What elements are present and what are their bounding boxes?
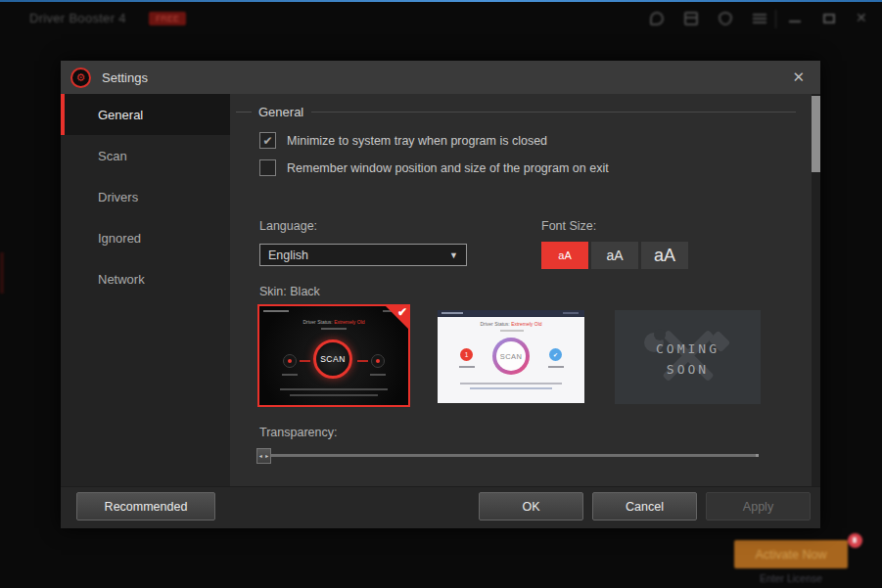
settings-content: General ✔ Minimize to system tray when p…: [230, 94, 812, 486]
mini-node-label: [548, 366, 564, 368]
minimize-to-tray-option[interactable]: ✔ Minimize to system tray when program i…: [259, 132, 547, 149]
mini-footer-text: [280, 388, 388, 390]
checkbox-checked[interactable]: ✔: [259, 132, 276, 149]
skin-preview-coming-soon: COMING SOON: [615, 310, 761, 404]
mini-node-right: ✔: [549, 348, 562, 361]
minimize-button[interactable]: [789, 21, 801, 23]
mini-node-left: [283, 354, 297, 368]
mini-scan-button: SCAN: [313, 339, 352, 379]
dialog-body: General Scan Drivers Ignored Network Gen…: [61, 94, 820, 486]
section-heading-row: General: [236, 104, 796, 119]
enter-license-link[interactable]: Enter License: [734, 572, 848, 584]
remember-position-option[interactable]: Remember window position and size of the…: [259, 159, 609, 176]
sidebar-item-scan[interactable]: Scan: [61, 135, 230, 176]
driver-booster-window: Driver Booster 4 FREE ✕ Activate Now Ent…: [0, 0, 882, 588]
language-value: English: [268, 249, 449, 262]
mini-scan-button: SCAN: [492, 338, 530, 375]
mini-node-label: [370, 374, 386, 376]
transparency-slider-handle[interactable]: ◄ ►: [256, 448, 271, 464]
free-badge: FREE: [149, 12, 186, 25]
window-focus-border: [0, 0, 882, 2]
activate-now-button[interactable]: Activate Now: [734, 540, 848, 568]
checkbox-unchecked[interactable]: [259, 159, 276, 176]
cancel-button[interactable]: Cancel: [592, 492, 697, 520]
selected-check-icon: ✔: [397, 305, 407, 319]
titlebar-actions: [650, 12, 766, 25]
sidebar-item-network[interactable]: Network: [61, 258, 230, 299]
mini-footer-text: [460, 383, 562, 384]
mini-substatus: [321, 328, 347, 330]
mini-titlebar: [263, 310, 289, 312]
feedback-icon[interactable]: [650, 12, 664, 25]
font-size-large-button[interactable]: aA: [641, 242, 688, 269]
restore-button[interactable]: [823, 14, 835, 23]
transparency-slider-track[interactable]: [259, 454, 759, 457]
content-scrollbar[interactable]: [812, 94, 820, 486]
mini-node-label: [282, 374, 298, 376]
notification-badge: [848, 533, 862, 548]
shield-icon[interactable]: [719, 12, 732, 25]
mini-node-left: 1: [460, 348, 473, 361]
sidebar-item-drivers[interactable]: Drivers: [61, 176, 230, 217]
dialog-titlebar[interactable]: ⚙ Settings ✕: [61, 61, 820, 94]
font-size-group: aA aA aA: [541, 242, 688, 269]
transparency-label: Transparency:: [259, 426, 337, 439]
language-label: Language:: [259, 219, 317, 233]
sidebar-item-general[interactable]: General: [61, 94, 230, 135]
skin-preview-black[interactable]: Driver Status: Extremely Old SCAN ✔: [257, 304, 410, 407]
checkbox-label: Remember window position and size of the…: [287, 161, 609, 175]
mini-link-left: [300, 360, 310, 362]
skin-label: Skin: Black: [259, 285, 320, 298]
mini-link-right: [357, 360, 368, 362]
apply-button: Apply: [706, 492, 811, 520]
mini-titlebar: [438, 310, 584, 317]
font-size-small-button[interactable]: aA: [541, 242, 588, 269]
mini-footer-text: [290, 394, 378, 396]
font-size-label: Font Size:: [541, 219, 596, 233]
check-icon: ✔: [262, 134, 272, 148]
heading-rule-left: [236, 112, 252, 113]
app-title: Driver Booster 4: [29, 11, 126, 25]
language-select[interactable]: English ▼: [259, 244, 467, 266]
background-accent: [0, 252, 4, 294]
heading-rule-right: [311, 112, 796, 113]
dialog-footer: Recommended OK Cancel Apply: [61, 486, 820, 528]
mini-status-text: Driver Status: Extremely Old: [438, 321, 584, 327]
checkbox-label: Minimize to system tray when program is …: [287, 134, 547, 148]
settings-gear-icon: ⚙: [70, 68, 91, 88]
mini-substatus: [500, 330, 524, 332]
skin-preview-white[interactable]: Driver Status: Extremely Old 1 SCAN ✔: [438, 310, 584, 403]
dialog-close-icon[interactable]: ✕: [786, 67, 811, 88]
titlebar-separator: [775, 10, 776, 28]
mini-node-right: [371, 354, 385, 368]
recommended-button[interactable]: Recommended: [76, 492, 215, 520]
chevron-down-icon: ▼: [449, 250, 458, 260]
close-window-button[interactable]: ✕: [856, 10, 867, 25]
gift-icon[interactable]: [684, 12, 698, 25]
scrollbar-thumb[interactable]: [812, 96, 820, 172]
menu-icon[interactable]: [753, 12, 766, 25]
section-heading: General: [258, 105, 303, 119]
mini-node-label: [459, 366, 475, 368]
dialog-title: Settings: [102, 70, 148, 85]
ok-button[interactable]: OK: [479, 492, 583, 520]
sidebar-item-ignored[interactable]: Ignored: [61, 217, 230, 258]
font-size-medium-button[interactable]: aA: [591, 242, 638, 269]
mini-footer-text: [470, 387, 552, 389]
coming-soon-text: COMING SOON: [615, 339, 761, 381]
settings-dialog: ⚙ Settings ✕ General Scan Drivers Ignore…: [61, 61, 820, 528]
settings-sidebar: General Scan Drivers Ignored Network: [61, 94, 230, 486]
